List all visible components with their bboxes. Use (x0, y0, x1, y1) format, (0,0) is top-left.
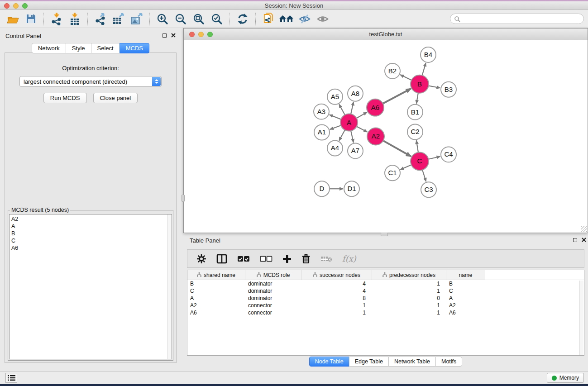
import-table-button[interactable] (66, 11, 84, 27)
vertical-splitter-handle[interactable] (182, 195, 185, 202)
graph-node-A1[interactable]: A1 (314, 125, 330, 140)
table-row[interactable]: A2connector11A2 (187, 302, 584, 309)
graph-node-C3[interactable]: C3 (421, 182, 436, 197)
graph-edge-C-C3[interactable] (422, 169, 426, 181)
mcds-result-item[interactable]: A2 (11, 215, 167, 223)
tab-node-table[interactable]: Node Table (309, 357, 349, 367)
graph-node-A5[interactable]: A5 (327, 89, 343, 105)
table-cell[interactable]: 1 (301, 302, 372, 309)
graph-node-C4[interactable]: C4 (441, 147, 456, 162)
graph-edge-A-A6[interactable] (356, 112, 367, 119)
table-cell[interactable]: C (446, 287, 485, 295)
export-network-button[interactable] (91, 11, 110, 27)
table-cell[interactable]: dominator (245, 280, 301, 287)
tab-motifs[interactable]: Motifs (435, 357, 462, 367)
graph-edge-A-A8[interactable] (351, 102, 354, 115)
delete-column-button[interactable] (301, 254, 311, 264)
column-header-successor-nodes[interactable]: successor nodes (301, 270, 372, 280)
float-panel-icon[interactable] (163, 33, 167, 38)
table-cell[interactable]: connector (245, 309, 301, 316)
horizontal-splitter-handle[interactable] (381, 233, 388, 236)
table-cell[interactable]: C (187, 287, 245, 295)
column-layout-button[interactable] (216, 254, 227, 264)
table-settings-button[interactable] (196, 254, 206, 264)
close-table-panel-icon[interactable] (582, 238, 586, 242)
close-panel-button[interactable]: Close panel (93, 93, 138, 103)
column-header-name[interactable]: name (446, 270, 485, 280)
table-cell[interactable]: A2 (446, 302, 485, 309)
graph-edge-B-B3[interactable] (428, 86, 440, 88)
mcds-result-item[interactable]: A6 (11, 244, 167, 252)
table-cell[interactable]: 4 (301, 280, 372, 287)
graph-edge-A-A7[interactable] (351, 130, 354, 143)
table-cell[interactable]: 8 (301, 295, 372, 302)
graph-edge-A-A1[interactable] (330, 125, 342, 129)
network-canvas[interactable]: AA1A3A4A5A7A8A6A2BB1B2B3B4CC1C2C3C4DD1 (184, 40, 588, 233)
select-all-columns-button[interactable] (237, 256, 250, 262)
export-table-button[interactable] (110, 11, 128, 27)
task-history-button[interactable] (5, 373, 17, 383)
graph-edge-A-A2[interactable] (356, 126, 367, 132)
table-cell[interactable]: A (187, 295, 245, 302)
optimization-select[interactable]: largest connected component (directed) (19, 76, 162, 87)
table-cell[interactable]: 0 (372, 295, 446, 302)
table-cell[interactable]: connector (245, 302, 301, 309)
add-column-button[interactable] (282, 254, 292, 263)
graph-node-A4[interactable]: A4 (327, 140, 343, 156)
table-row[interactable]: Adominator80A (187, 295, 584, 302)
graph-edge-A-A3[interactable] (330, 115, 342, 120)
graph-edge-B-B2[interactable] (400, 75, 412, 81)
close-panel-icon[interactable] (171, 33, 176, 38)
column-header-shared-name[interactable]: shared name (187, 270, 245, 280)
table-cell[interactable]: 4 (301, 287, 372, 295)
mcds-result-item[interactable]: C (11, 237, 167, 244)
column-header-predecessor-nodes[interactable]: predecessor nodes (372, 270, 446, 280)
graph-edge-A2-C[interactable] (382, 140, 411, 157)
graph-node-A3[interactable]: A3 (314, 104, 329, 119)
zoom-selected-button[interactable] (208, 11, 226, 27)
graph-edge-C-C2[interactable] (416, 140, 418, 153)
export-image-button[interactable] (128, 11, 146, 27)
zoom-in-button[interactable] (153, 11, 172, 27)
graph-node-B1[interactable]: B1 (407, 105, 423, 120)
window-resize-grip[interactable] (581, 226, 587, 232)
table-cell[interactable]: dominator (245, 287, 301, 295)
table-cell[interactable]: 1 (372, 302, 446, 309)
refresh-button[interactable] (234, 11, 252, 27)
open-file-button[interactable] (4, 11, 22, 27)
graph-node-B3[interactable]: B3 (441, 82, 456, 97)
graph-node-C[interactable]: C (411, 152, 429, 170)
graph-node-C2[interactable]: C2 (407, 124, 423, 140)
column-header-MCDS-role[interactable]: MCDS role (245, 270, 301, 280)
graph-node-A6[interactable]: A6 (367, 99, 384, 116)
table-cell[interactable]: 1 (372, 309, 446, 316)
graph-node-A7[interactable]: A7 (348, 143, 363, 158)
table-row[interactable]: A6connector11A6 (187, 309, 584, 316)
tab-edge-table[interactable]: Edge Table (349, 357, 389, 367)
tab-style[interactable]: Style (66, 43, 91, 53)
graph-edge-A-A5[interactable] (339, 104, 345, 115)
table-cell[interactable]: dominator (245, 295, 301, 302)
table-scrollbar[interactable] (579, 281, 583, 355)
table-row[interactable]: Bdominator41B (187, 280, 584, 287)
graph-node-B4[interactable]: B4 (421, 47, 436, 62)
duplicate-network-button[interactable] (259, 11, 277, 27)
run-mcds-button[interactable]: Run MCDS (43, 93, 87, 103)
table-cell[interactable]: 1 (372, 287, 446, 295)
tab-select[interactable]: Select (91, 43, 120, 53)
graph-edge-B-B4[interactable] (422, 63, 426, 76)
mcds-list-scrollbar[interactable] (167, 214, 172, 359)
search-input[interactable] (460, 15, 580, 23)
table-cell[interactable]: A6 (446, 309, 485, 316)
zoom-out-button[interactable] (172, 11, 190, 27)
first-neighbors-button[interactable] (277, 11, 296, 27)
graph-edge-C-C4[interactable] (428, 157, 440, 160)
tab-mcds[interactable]: MCDS (120, 43, 149, 53)
deselect-all-columns-button[interactable] (260, 256, 272, 262)
graph-edge-C-C1[interactable] (400, 165, 412, 170)
tab-network-table[interactable]: Network Table (388, 357, 436, 367)
table-cell[interactable]: A6 (187, 309, 245, 316)
graph-node-D[interactable]: D (314, 181, 330, 196)
show-all-button[interactable] (314, 11, 332, 27)
mcds-result-item[interactable]: B (11, 230, 167, 237)
